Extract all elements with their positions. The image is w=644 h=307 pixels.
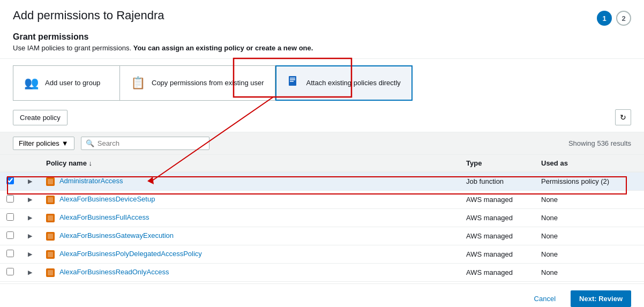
- row-name-cell: AdministratorAccess: [40, 172, 460, 191]
- step-indicators: 1 2: [597, 9, 631, 26]
- row-checkbox-cell: [0, 264, 20, 282]
- row-checkbox-cell: [0, 282, 20, 284]
- next-review-button[interactable]: Next: Review: [571, 290, 631, 307]
- table-container: Policy name ↓ Type Used as ▶ Administrat…: [0, 155, 644, 283]
- policy-name-link[interactable]: AlexaForBusinessGatewayExecution: [59, 231, 174, 239]
- policy-icon: [46, 214, 55, 222]
- option-attach-policies[interactable]: Attach existing policies directly: [275, 65, 413, 101]
- option-copy-permissions[interactable]: 📋 Copy permissions from existing user: [120, 65, 275, 101]
- step-1: 1: [597, 11, 612, 26]
- row-used-as-cell: None: [535, 282, 631, 284]
- filter-bar: Filter policies ▼ 🔍 Showing 536 results: [0, 132, 644, 155]
- table-row: ▶ AlexaForBusinessReadOnlyAccess AWS man…: [0, 264, 644, 282]
- row-checkbox-cell: [0, 245, 20, 264]
- row-used-as-cell: None: [535, 209, 631, 227]
- row-scroll-cell: [631, 245, 644, 264]
- row-expand-cell: ▶: [20, 191, 40, 209]
- row-expand-button[interactable]: ▶: [27, 250, 33, 259]
- attach-icon: [287, 75, 300, 91]
- row-checkbox[interactable]: [6, 195, 14, 203]
- row-name-cell: AmazonAPIGatewayAdministrator: [40, 282, 460, 284]
- row-name-cell: AlexaForBusinessPolyDelegatedAccessPolic…: [40, 245, 460, 264]
- policy-icon: [46, 196, 55, 204]
- col-header-used-as: Used as: [535, 155, 631, 172]
- row-expand-button[interactable]: ▶: [27, 231, 33, 241]
- row-used-as-cell: None: [535, 227, 631, 245]
- footer: Cancel Next: Review: [0, 283, 644, 307]
- row-expand-button[interactable]: ▶: [27, 177, 33, 186]
- policy-icon: [46, 177, 55, 186]
- option-label-copy: Copy permissions from existing user: [152, 78, 264, 88]
- chevron-down-icon: ▼: [62, 139, 69, 147]
- row-expand-cell: ▶: [20, 227, 40, 245]
- row-expand-button[interactable]: ▶: [27, 195, 33, 204]
- policy-name-link[interactable]: AdministratorAccess: [59, 177, 123, 185]
- policy-name-link[interactable]: AlexaForBusinessFullAccess: [59, 213, 149, 221]
- filter-left: Filter policies ▼ 🔍: [13, 137, 209, 150]
- permission-options: 👥 Add user to group 📋 Copy permissions f…: [0, 65, 644, 109]
- policy-icon: [46, 250, 55, 259]
- row-scroll-cell: [631, 191, 644, 209]
- option-label-attach: Attach existing policies directly: [306, 78, 401, 88]
- row-type-cell: AWS managed: [460, 264, 535, 282]
- row-scroll-cell: [631, 282, 644, 284]
- col-header-type: Type: [460, 155, 535, 172]
- row-expand-button[interactable]: ▶: [27, 213, 33, 222]
- search-input[interactable]: [98, 139, 205, 147]
- row-checkbox-cell: [0, 191, 20, 209]
- cancel-button[interactable]: Cancel: [526, 290, 564, 307]
- table-row: ▶ AlexaForBusinessGatewayExecution AWS m…: [0, 227, 644, 245]
- row-scroll-cell: [631, 172, 644, 191]
- row-checkbox[interactable]: [6, 213, 14, 221]
- row-scroll-cell: [631, 209, 644, 227]
- table-row: ▶ AmazonAPIGatewayAdministrator AWS mana…: [0, 282, 644, 284]
- desc-bold: You can assign an existing policy or cre…: [133, 44, 313, 52]
- row-type-cell: Job function: [460, 172, 535, 191]
- refresh-button[interactable]: ↻: [615, 109, 631, 125]
- row-type-cell: AWS managed: [460, 282, 535, 284]
- toolbar: Create policy ↻: [0, 109, 644, 132]
- row-checkbox[interactable]: [6, 231, 14, 239]
- policy-icon: [46, 268, 55, 277]
- row-expand-cell: ▶: [20, 209, 40, 227]
- row-type-cell: AWS managed: [460, 227, 535, 245]
- row-checkbox[interactable]: [6, 268, 14, 275]
- row-used-as-cell: None: [535, 191, 631, 209]
- row-expand-cell: ▶: [20, 282, 40, 284]
- policy-name-link[interactable]: AlexaForBusinessDeviceSetup: [59, 195, 155, 203]
- filter-policies-button[interactable]: Filter policies ▼: [13, 137, 74, 150]
- option-label-group: Add user to group: [45, 78, 100, 88]
- row-name-cell: AlexaForBusinessGatewayExecution: [40, 227, 460, 245]
- policy-icon: [46, 232, 55, 241]
- svg-rect-2: [290, 79, 295, 80]
- table-row: ▶ AlexaForBusinessFullAccess AWS managed…: [0, 209, 644, 227]
- create-policy-button[interactable]: Create policy: [13, 110, 68, 125]
- col-header-expand: [20, 155, 40, 172]
- svg-rect-1: [290, 78, 295, 79]
- results-count: Showing 536 results: [568, 139, 631, 147]
- row-name-cell: AlexaForBusinessReadOnlyAccess: [40, 264, 460, 282]
- row-used-as-cell: Permissions policy (2): [535, 172, 631, 191]
- row-expand-cell: ▶: [20, 245, 40, 264]
- search-box: 🔍: [81, 137, 209, 150]
- desc-normal: Use IAM policies to grant permissions.: [13, 44, 133, 52]
- row-checkbox-cell: [0, 209, 20, 227]
- svg-rect-3: [290, 81, 294, 82]
- col-header-name[interactable]: Policy name ↓: [40, 155, 460, 172]
- page-header: Add permissions to Rajendra 1 2: [0, 0, 644, 26]
- col-header-scroll: [631, 155, 644, 172]
- row-checkbox-cell: [0, 227, 20, 245]
- section-title: Grant permissions: [0, 26, 644, 44]
- policy-name-link[interactable]: AlexaForBusinessReadOnlyAccess: [59, 268, 169, 276]
- search-icon: 🔍: [86, 139, 94, 147]
- row-expand-button[interactable]: ▶: [27, 268, 33, 277]
- policy-name-link[interactable]: AlexaForBusinessPolyDelegatedAccessPolic…: [59, 250, 202, 258]
- row-expand-cell: ▶: [20, 264, 40, 282]
- row-used-as-cell: None: [535, 245, 631, 264]
- row-checkbox[interactable]: [6, 250, 14, 257]
- row-name-cell: AlexaForBusinessDeviceSetup: [40, 191, 460, 209]
- table-row: ▶ AlexaForBusinessPolyDelegatedAccessPol…: [0, 245, 644, 264]
- option-add-user-group[interactable]: 👥 Add user to group: [13, 65, 120, 101]
- row-checkbox[interactable]: [6, 177, 14, 184]
- col-header-check: [0, 155, 20, 172]
